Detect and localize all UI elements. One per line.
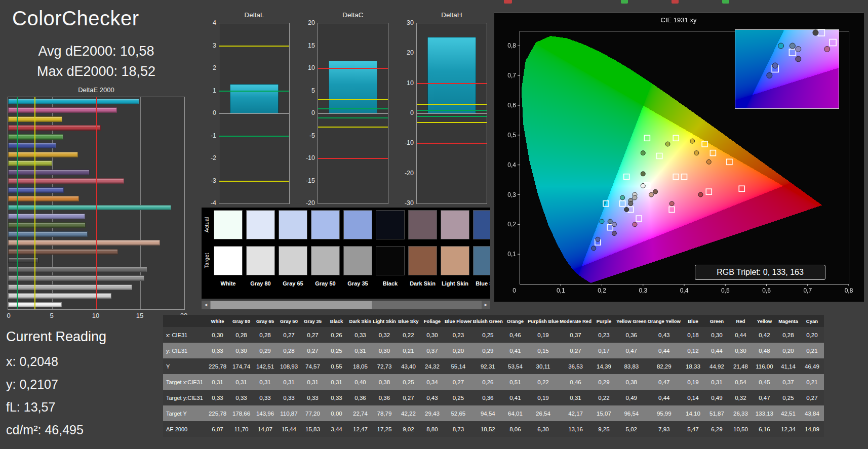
- table-cell: 11,70: [229, 421, 253, 437]
- table-cell: 0,25: [444, 390, 472, 405]
- table-cell: 0,47: [647, 374, 681, 390]
- table-cell: 142,51: [253, 358, 277, 374]
- table-corner-cell: [163, 315, 206, 327]
- table-cell: 0,21: [800, 374, 824, 390]
- table-cell: 46,49: [800, 358, 824, 374]
- target-swatch-gray-35: [343, 246, 372, 275]
- table-cell: 92,31: [472, 358, 503, 374]
- table-cell: 0,27: [559, 343, 592, 358]
- table-cell: 0,12: [681, 343, 705, 358]
- table-cell: 0,31: [348, 343, 372, 358]
- table-cell: 0,29: [472, 343, 503, 358]
- table-cell: 0,28: [229, 327, 253, 343]
- axis-tick-label: 0: [213, 109, 216, 116]
- table-row-y: Y225,78174,74142,51108,9374,570,5518,057…: [163, 358, 824, 374]
- current-reading-cdm2: cd/m²: 46,495: [6, 423, 84, 437]
- cie-chart-title: CIE 1931 xy: [494, 16, 863, 24]
- table-cell: 0,46: [559, 374, 592, 390]
- actual-swatch-gray-50: [311, 210, 340, 239]
- table-cell: 83,83: [616, 358, 647, 374]
- axis-tick-label: -2: [211, 154, 216, 161]
- table-cell: 0,44: [729, 327, 753, 343]
- target-swatch-white: [214, 246, 243, 275]
- deltac-plot-area: [318, 23, 388, 204]
- table-cell: 0,15: [527, 343, 559, 358]
- table-column-header-yellow-green: Yellow Green: [616, 315, 647, 327]
- axis-tick-label: 4: [213, 19, 216, 26]
- table-column-header-gray-65: Gray 65: [253, 315, 277, 327]
- reference-line: [318, 99, 388, 100]
- table-cell: 0,27: [800, 390, 824, 405]
- table-column-header-black: Black: [325, 315, 348, 327]
- axis-tick-label: 10: [308, 64, 315, 71]
- scrollbar-thumb[interactable]: [210, 301, 372, 309]
- table-cell: 0,49: [705, 390, 729, 405]
- table-cell: 110,87: [277, 405, 301, 421]
- table-cell: 18,33: [681, 358, 705, 374]
- table-cell: 0,00: [325, 405, 348, 421]
- table-column-header-foliage: Foliage: [420, 315, 444, 327]
- table-column-header-gray-35: Gray 35: [301, 315, 325, 327]
- table-cell: 0,33: [229, 390, 253, 405]
- table-cell: 0,49: [616, 390, 647, 405]
- table-cell: 10,50: [729, 421, 753, 437]
- table-cell: 0,25: [325, 343, 348, 358]
- zero-line: [219, 113, 289, 114]
- table-cell: 44,92: [705, 358, 729, 374]
- target-swatch-gray-80: [246, 246, 275, 275]
- table-cell: 9,02: [397, 421, 420, 437]
- reference-line: [318, 108, 388, 109]
- table-column-header-magenta: Magenta: [776, 315, 800, 327]
- table-cell: 0,44: [705, 343, 729, 358]
- table-cell: 0,36: [616, 327, 647, 343]
- deltah-bar: [427, 37, 477, 113]
- actual-swatch-gray-65: [279, 210, 307, 239]
- table-column-header-purple: Purple: [592, 315, 616, 327]
- table-cell: 0,30: [206, 327, 229, 343]
- table-cell: 3,44: [325, 421, 348, 437]
- table-cell: 5,47: [681, 421, 705, 437]
- toolbar-artifact: [504, 0, 512, 4]
- deltae2000-bar-chart: [8, 97, 185, 310]
- deltae-bar-blue: [8, 143, 56, 148]
- axis-tick-label: -30: [405, 199, 414, 207]
- table-cell: 74,57: [301, 358, 325, 374]
- table-cell: 78,79: [372, 405, 397, 421]
- reference-line: [417, 83, 487, 84]
- table-cell: 0,32: [372, 327, 397, 343]
- table-header-row: WhiteGray 80Gray 65Gray 50Gray 35BlackDa…: [163, 315, 824, 327]
- table-cell: 94,54: [472, 405, 503, 421]
- table-column-header-white: White: [206, 315, 229, 327]
- scroll-right-button[interactable]: ►: [482, 301, 490, 309]
- actual-swatch-gray-35: [343, 210, 372, 239]
- table-cell: 0,33: [253, 390, 277, 405]
- table-cell: 0,31: [253, 374, 277, 390]
- deltae-bar-blue-sky: [8, 231, 88, 237]
- deltah-chart: DeltaH 3020100-10-20-30: [400, 10, 489, 208]
- table-cell: 0,55: [325, 358, 348, 374]
- colorchecker-app: ColorChecker Avg dE2000: 10,58 Max dE200…: [0, 0, 868, 449]
- deltae-bar-bluish-green: [8, 205, 171, 211]
- deltae-bar-foliage: [8, 222, 86, 228]
- deltac-y-axis: 20151050-5-10-15-20: [301, 23, 317, 204]
- table-cell: 0,19: [527, 390, 559, 405]
- current-reading-fl: fL: 13,57: [6, 400, 55, 415]
- axis-tick-label: -5: [309, 132, 315, 139]
- swatch-label: Dark Skin: [408, 280, 437, 287]
- deltae-bar-gray-50: [8, 275, 144, 281]
- table-cell: 0,32: [729, 390, 753, 405]
- swatch-row-label-target: Target: [202, 246, 212, 275]
- reference-line: [318, 117, 388, 118]
- deltae-bar-orange: [8, 196, 79, 201]
- swatch-row-label-text: Target: [204, 253, 210, 269]
- reference-line: [219, 46, 289, 47]
- target-swatch-dark-skin: [408, 246, 437, 275]
- swatch-scrollbar[interactable]: ◄ ►: [202, 301, 490, 309]
- table-cell: 0,28: [776, 327, 800, 343]
- table-cell: 0,29: [592, 374, 616, 390]
- scroll-left-button[interactable]: ◄: [202, 301, 210, 309]
- table-cell: 51,87: [705, 405, 729, 421]
- deltal-chart-title: DeltaL: [219, 11, 290, 19]
- deltae-bar-gray-35: [8, 267, 147, 272]
- reference-line: [219, 136, 289, 137]
